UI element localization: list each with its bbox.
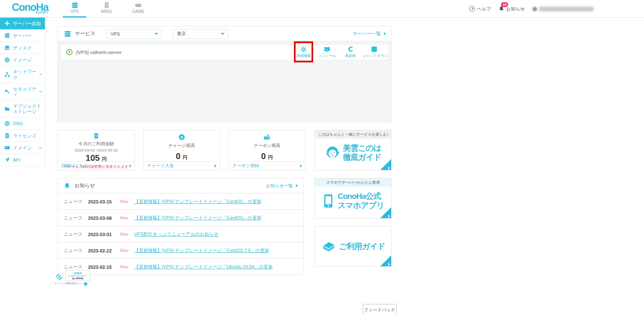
- console-button[interactable]: コンソール: [315, 45, 339, 59]
- charge-deposit-link[interactable]: チャージ入金: [143, 161, 220, 170]
- svg-text:$: $: [180, 135, 182, 139]
- server-stack-icon: [4, 33, 10, 39]
- chevron-right-icon: [295, 184, 298, 187]
- smartphone-app-banner[interactable]: スマホでサーバーかんたん管理 ConoHa公式 スマホアプリ: [314, 178, 392, 219]
- tab-wing[interactable]: WING: [91, 0, 122, 18]
- gmo-cybersecurity-logo[interactable]: GMO CYBER SECURITY by IERAE サイバー攻撃対策サイト …: [55, 270, 90, 286]
- header: ConoHa byGMO VPS: [0, 0, 644, 18]
- news-link[interactable]: 【更新情報】[VPS] テンプレートイメージ「CentOS」の更新: [134, 215, 262, 221]
- action-label: 再起動: [339, 54, 362, 59]
- news-link[interactable]: VPS割引きっぷリニューアルのお知らせ: [134, 231, 218, 237]
- notice-link[interactable]: 15 お知らせ: [499, 6, 525, 12]
- sidebar-item-label: DNS: [13, 121, 23, 126]
- usage-guide-banner[interactable]: ご利用ガイド: [314, 226, 392, 267]
- gmo-ierae: by IERAE: [68, 277, 87, 280]
- server-stack-icon: [59, 2, 91, 9]
- promo-header: このはちゃんと一緒にサービスを楽しむ!: [315, 130, 391, 139]
- chevron-right-icon: [299, 164, 302, 167]
- new-badge: New: [120, 232, 134, 237]
- region-select[interactable]: 東京: [173, 29, 228, 39]
- news-header: お知らせ お知らせ一覧: [58, 178, 303, 193]
- promo-line2: 徹底ガイド: [343, 153, 381, 162]
- chevron-down-icon: [39, 72, 42, 75]
- news-row: ニュース 2023-03-01 New VPS割引きっぷリニューアルのお知らせ: [58, 226, 303, 242]
- amount: 0 円: [143, 152, 220, 162]
- new-badge: New: [120, 199, 134, 204]
- disk-icon: [4, 45, 10, 51]
- server-actions: 詳細情報 コンソール C 再起動 シャットダウン: [292, 45, 386, 59]
- sidebar-item-label: イメージ: [13, 57, 32, 63]
- news-date: 2023-03-15: [88, 199, 120, 204]
- billing-period: 2023-03-01~2023-03-16: [58, 148, 135, 152]
- sidebar-item-disk[interactable]: ディスク: [0, 42, 45, 54]
- sidebar-item-label: サーバー: [13, 33, 32, 39]
- tab-game[interactable]: GAME: [122, 0, 154, 18]
- restart-button[interactable]: C 再起動: [339, 45, 362, 59]
- user-account[interactable]: [532, 7, 594, 11]
- tab-vps[interactable]: VPS: [59, 0, 91, 18]
- service-panel-title: サービス: [75, 30, 96, 37]
- sidebar-item-server[interactable]: サーバー: [0, 30, 45, 42]
- gmo-tagline: サイバー攻撃対策サイト: [55, 282, 83, 286]
- restart-icon: C: [339, 46, 362, 53]
- sidebar-item-label: ネットワーク: [13, 69, 37, 80]
- news-category: ニュース: [64, 247, 88, 254]
- new-badge: New: [120, 265, 134, 269]
- server-stack-icon: [64, 30, 71, 38]
- help-link[interactable]: ? ヘルプ: [469, 6, 491, 12]
- sidebar-item-add-server[interactable]: サーバー追加: [0, 18, 45, 30]
- globe-icon: [4, 57, 10, 63]
- coupon-card: クーポン残高 0 円 クーポン登録: [228, 130, 306, 170]
- usage-detail-link[interactable]: 詳細はこちら: [58, 161, 135, 170]
- sidebar-item-object-storage[interactable]: オブジェクト ストレージ: [0, 100, 45, 118]
- power-status-icon: [66, 49, 73, 55]
- chevron-right-icon: [383, 32, 386, 35]
- chevron-right-icon: [213, 164, 216, 167]
- tab-label: GAME: [122, 9, 154, 14]
- charge-card: $ チャージ残高 0 円 チャージ入金: [143, 130, 221, 170]
- feedback-button[interactable]: フィードバック: [363, 304, 397, 314]
- key-icon: [4, 89, 10, 95]
- avatar: [532, 7, 537, 11]
- gamepad-icon: [122, 2, 154, 9]
- sidebar-item-label: オブジェクト: [13, 103, 42, 109]
- chevron-down-icon: [155, 31, 158, 35]
- sidebar-item-dns[interactable]: DNS: [0, 118, 45, 130]
- sidebar: サーバー追加 サーバー ディスク イメージ ネットワーク セキュリティ: [0, 18, 45, 166]
- amount-unit: 円: [183, 155, 187, 160]
- chevron-down-icon: [39, 146, 42, 149]
- details-button[interactable]: 詳細情報: [292, 45, 315, 59]
- sidebar-item-label: サーバー追加: [13, 21, 41, 26]
- conoha-logo[interactable]: ConoHa byGMO: [12, 2, 48, 14]
- sidebar-item-network[interactable]: ネットワーク: [0, 66, 45, 83]
- document-icon: [4, 133, 10, 139]
- sidebar-item-security[interactable]: セキュリティ: [0, 83, 45, 100]
- question-icon: ?: [469, 6, 475, 12]
- shutdown-button[interactable]: シャットダウン: [362, 45, 386, 59]
- book-icon: [321, 240, 336, 253]
- promo-line1: ConoHa公式: [338, 192, 384, 201]
- sidebar-item-image[interactable]: イメージ: [0, 54, 45, 66]
- coupon-register-link[interactable]: クーポン登録: [229, 161, 305, 170]
- building-icon: [91, 2, 122, 9]
- sidebar-item-label: API: [13, 157, 21, 163]
- sidebar-item-domain[interactable]: ドメイン: [0, 142, 45, 154]
- service-select[interactable]: VPS: [106, 29, 162, 39]
- news-link[interactable]: 【更新情報】[VPS] テンプレートイメージ「CentOS」の更新: [134, 198, 262, 205]
- sidebar-item-license[interactable]: ライセンス: [0, 130, 45, 142]
- mascot-guide-banner[interactable]: このはちゃんと一緒にサービスを楽しむ! 美雲このは 徹底ガイド: [314, 130, 392, 170]
- news-link[interactable]: 【更新情報】[VPS] テンプレートイメージ「CentOS 7.9」の更新: [134, 247, 269, 254]
- sidebar-item-api[interactable]: API: [0, 154, 45, 166]
- promo-line2: スマホアプリ: [338, 201, 384, 210]
- server-list-link[interactable]: サーバー一覧: [353, 31, 385, 37]
- news-link[interactable]: 【更新情報】[VPS] テンプレートイメージ「Ubuntu 20.04」の更新: [134, 264, 273, 270]
- service-select-value: VPS: [111, 31, 120, 36]
- smartphone-icon: [322, 194, 335, 208]
- news-list-link[interactable]: お知らせ一覧: [266, 183, 297, 189]
- news-date: 2023-03-08: [88, 216, 120, 221]
- server-row[interactable]: [VPS] valheim-server 詳細情報: [60, 44, 389, 60]
- billing-cards-row: 今月のご利用金額 2023-03-01~2023-03-16 105 円 ※サー…: [57, 130, 306, 170]
- coin-icon: $: [143, 134, 220, 141]
- gmo-name: GMO: [68, 271, 87, 275]
- service-tabs: VPS WING GAME: [59, 0, 154, 18]
